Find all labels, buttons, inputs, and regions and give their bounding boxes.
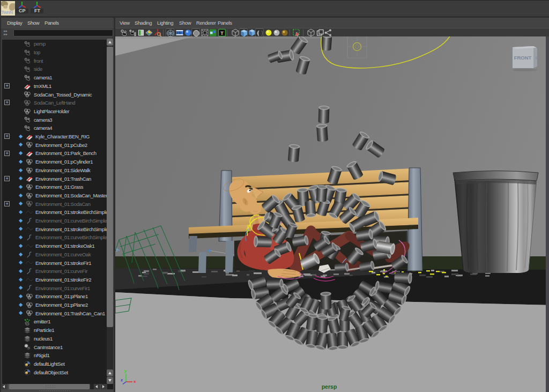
svg-text:z: z [121,378,123,382]
svg-text:persp: persp [322,383,337,390]
svg-text:y: y [124,368,127,373]
svg-text:b: b [536,56,538,60]
svg-text:FRONT: FRONT [514,55,532,61]
svg-text:T: T [220,31,224,36]
svg-text:x: x [133,379,136,384]
